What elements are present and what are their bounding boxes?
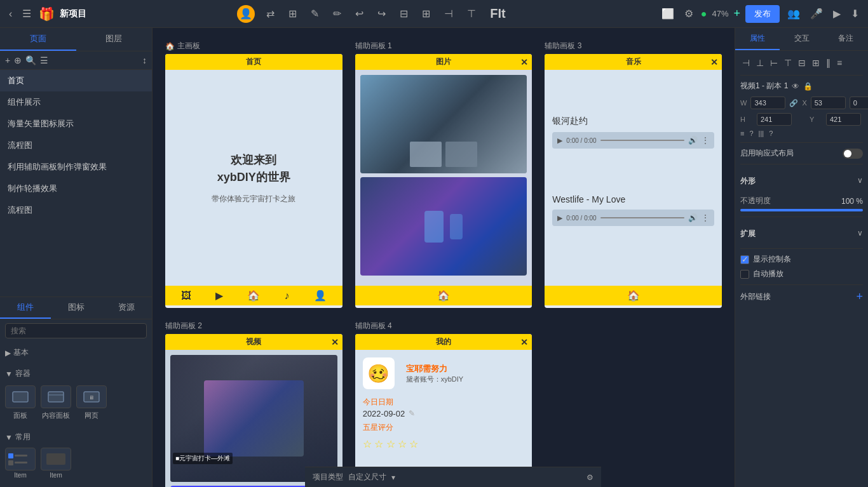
container-section-title[interactable]: ▼ 容器	[5, 366, 147, 382]
search-input[interactable]	[5, 323, 147, 338]
reorder-page-button[interactable]: ↕	[142, 55, 147, 65]
menu-button[interactable]: ☰	[20, 5, 34, 22]
zoom-add-button[interactable]: +	[733, 7, 740, 20]
aux1-home-icon[interactable]: 🏠	[437, 290, 450, 302]
opacity-slider[interactable]	[740, 209, 863, 211]
add-page-button[interactable]: +	[5, 55, 10, 65]
align-left-button[interactable]: ⊣	[740, 56, 752, 70]
more-icon-2[interactable]: ⋮	[702, 213, 709, 222]
frame-button[interactable]: ⬜	[659, 5, 677, 22]
more-prop-icon-2[interactable]: ?	[749, 130, 753, 137]
list-item-comp[interactable]: Item	[5, 448, 36, 479]
bottom-settings-icon[interactable]: ⚙	[587, 473, 593, 482]
tab-pages[interactable]: 页面	[0, 28, 76, 51]
search-page-button[interactable]: 🔍	[25, 55, 36, 65]
align-right-button[interactable]: ⊢	[768, 56, 780, 70]
align-center-h-button[interactable]: ⊟	[796, 56, 808, 70]
stars-rating[interactable]: ☆ ☆ ☆ ☆ ☆	[363, 438, 525, 450]
align-center-v-button[interactable]: ⊥	[754, 56, 766, 70]
aux3-home-icon[interactable]: 🏠	[627, 290, 640, 302]
visibility-lock-icon[interactable]: 🔒	[803, 82, 813, 91]
align-bottom-button[interactable]: ⊞	[810, 56, 822, 70]
pencil-tool-button[interactable]: ✏	[330, 5, 344, 22]
page-item-flow1[interactable]: 流程图	[0, 135, 152, 156]
page-item-icons[interactable]: 海量矢量图标展示	[0, 113, 152, 135]
duplicate-page-button[interactable]: ⊕	[14, 55, 22, 65]
tab-icon[interactable]: 图标	[51, 297, 102, 319]
basic-section-title[interactable]: ▶ 基本	[5, 345, 147, 361]
aux3-board[interactable]: 音乐 ✕ 银河赴约 ▶ 0:00 / 0:00 🔊 ⋮	[545, 54, 722, 308]
page-item-components[interactable]: 组件展示	[0, 91, 152, 113]
type-dropdown-icon[interactable]: ▾	[391, 473, 395, 482]
tab-interact[interactable]: 交互	[780, 28, 824, 50]
canvas[interactable]: 🏠 主画板 首页 欢迎来到xybDIY的世界 带你体验元宇宙打卡之旅 🖼	[153, 28, 735, 487]
play-icon-2[interactable]: ▶	[557, 214, 562, 222]
show-controls-checkbox[interactable]: ✓	[740, 255, 749, 264]
shape-section[interactable]: 外形 ∨	[740, 170, 863, 190]
player-bar-1[interactable]	[600, 140, 684, 141]
align-h-button[interactable]: ⊟	[397, 5, 410, 22]
publish-button[interactable]: 发布	[745, 5, 780, 23]
aux2-board[interactable]: 视频 ✕ ■元宇宙打卡—外滩	[165, 334, 342, 487]
settings-wheel-button[interactable]: ⚙	[682, 5, 696, 22]
undo-button[interactable]: ↩	[353, 5, 366, 22]
page-item-flow2[interactable]: 流程图	[0, 199, 152, 221]
flip-v-button[interactable]: ⊤	[465, 5, 478, 22]
content-panel-component[interactable]: 内容面板	[41, 385, 71, 420]
player-bar-2[interactable]	[600, 217, 684, 218]
preview-button[interactable]: ▶	[831, 5, 843, 22]
music-player-1[interactable]: ▶ 0:00 / 0:00 🔊 ⋮	[552, 132, 714, 149]
x-input[interactable]	[811, 97, 846, 109]
flip-h-button[interactable]: ⊣	[442, 5, 456, 22]
aux1-board[interactable]: 图片 ✕	[355, 54, 532, 308]
common-section-title[interactable]: ▼ 常用	[5, 429, 147, 445]
play-icon-1[interactable]: ▶	[557, 137, 562, 145]
page-item-popup[interactable]: 利用辅助画板制作弹窗效果	[0, 156, 152, 178]
y-input[interactable]	[826, 113, 861, 126]
music-player-2[interactable]: ▶ 0:00 / 0:00 🔊 ⋮	[552, 210, 714, 226]
aux3-close-button[interactable]: ✕	[710, 57, 718, 67]
height-input[interactable]	[757, 113, 792, 126]
tab-layers[interactable]: 图层	[76, 28, 153, 51]
main-board[interactable]: 首页 欢迎来到xybDIY的世界 带你体验元宇宙打卡之旅 🖼 ▶ 🏠 ♪ 👤	[165, 54, 342, 308]
back-button[interactable]: ‹	[6, 6, 15, 22]
angle-input[interactable]	[850, 97, 868, 109]
link-wh-icon[interactable]: 🔗	[789, 99, 798, 107]
align-top-button[interactable]: ⊤	[782, 56, 794, 70]
more-prop-icon-1[interactable]: ≡	[740, 130, 744, 137]
tab-attrs[interactable]: 属性	[735, 28, 780, 50]
tab-notes[interactable]: 备注	[824, 28, 868, 50]
aux1-close-button[interactable]: ✕	[520, 57, 528, 67]
aux4-close-button[interactable]: ✕	[520, 337, 528, 347]
more-icon-1[interactable]: ⋮	[702, 136, 709, 145]
distribute-h-button[interactable]: ‖	[824, 56, 832, 70]
align-v-button[interactable]: ⊞	[419, 5, 433, 22]
width-input[interactable]	[750, 97, 785, 109]
user-panel-button[interactable]: 👥	[785, 5, 803, 22]
tab-component[interactable]: 组件	[0, 297, 51, 319]
pen-tool-button[interactable]: ✎	[308, 5, 322, 22]
aux4-board[interactable]: 我的 ✕ 🥴 宝耶需努力 黛者账号：xybDIY	[355, 334, 532, 487]
aux2-close-button[interactable]: ✕	[331, 337, 339, 347]
redo-button[interactable]: ↪	[375, 5, 388, 22]
page-item-carousel[interactable]: 制作轮播效果	[0, 178, 152, 199]
distribute-v-button[interactable]: ≡	[835, 56, 844, 70]
panel-component[interactable]: 面板	[5, 385, 36, 420]
volume-icon-1[interactable]: 🔊	[688, 136, 698, 145]
volume-icon-2[interactable]: 🔊	[688, 213, 698, 222]
project-type-value[interactable]: 自定义尺寸	[348, 472, 386, 483]
link-tool-button[interactable]: ⇄	[264, 5, 277, 22]
responsive-toggle[interactable]	[843, 149, 863, 159]
date-edit-icon[interactable]: ✎	[409, 409, 415, 418]
footer-user-icon[interactable]: 👤	[314, 290, 327, 302]
footer-play-icon[interactable]: ▶	[215, 290, 223, 302]
more-prop-icon-4[interactable]: ?	[769, 130, 773, 137]
add-tool-button[interactable]: ⊞	[286, 5, 299, 22]
footer-home-icon[interactable]: 🏠	[247, 290, 260, 302]
card-item-comp[interactable]: Item	[41, 448, 71, 479]
tab-resource[interactable]: 资源	[101, 297, 152, 319]
footer-image-icon[interactable]: 🖼	[181, 290, 191, 302]
autoplay-checkbox[interactable]	[740, 270, 749, 279]
webpage-component[interactable]: 🖥 网页	[76, 385, 107, 420]
download-button[interactable]: ⬇	[848, 5, 862, 22]
